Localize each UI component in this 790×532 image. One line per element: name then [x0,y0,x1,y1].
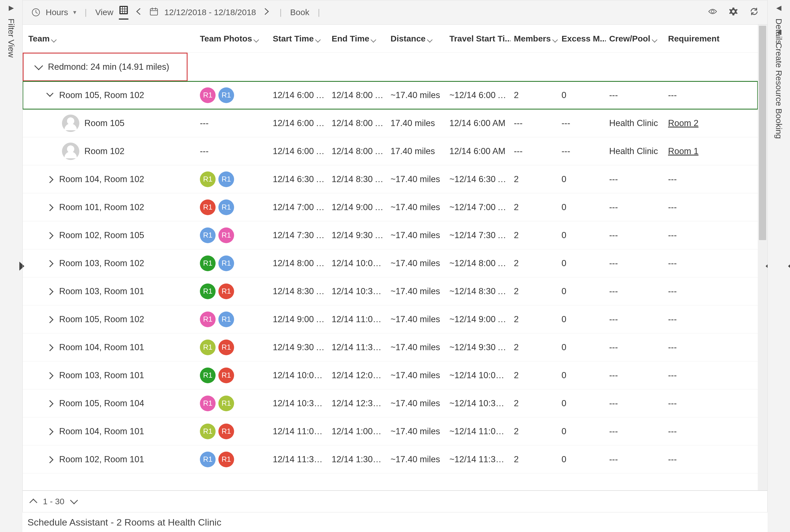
distance: ~17.40 miles [387,258,446,268]
chevron-down-icon [34,61,43,70]
prev-button[interactable] [134,7,144,18]
grid-view-button[interactable] [119,5,128,20]
toolbar: Hours ▾ | View 12/12/2018 - 12/18/2018 |… [22,0,768,25]
calendar-button[interactable] [149,7,159,18]
table-row[interactable]: Room 105, Room 102 R1R1 12/14 9:00 AM 12… [23,305,758,334]
table-row-child[interactable]: Room 105 --- 12/14 6:00 AM 12/14 8:00 AM… [23,109,758,137]
date-range[interactable]: 12/12/2018 - 12/18/2018 [164,7,256,17]
crew-pool: --- [606,454,665,464]
crew-pool: --- [606,314,665,324]
expand-details-panel-icon[interactable]: ◀ [776,4,781,12]
chevron-right-icon [46,204,53,211]
chevron-right-icon [46,288,53,295]
settings-button[interactable] [729,7,738,18]
travel-start: ~12/14 9:30 AM [446,342,511,353]
distance: ~17.40 miles [387,342,446,353]
table-row[interactable]: Room 103, Room 102 R1R1 12/14 8:00 AM 12… [23,249,758,277]
chevron-right-icon [46,456,53,463]
pager-next-button[interactable] [70,496,78,504]
svg-point-12 [711,10,714,13]
pager-prev-button[interactable] [30,499,37,507]
col-header-excess[interactable]: Excess M... [558,34,606,43]
scrollbar-thumb[interactable] [759,26,766,240]
hours-dropdown[interactable]: Hours ▾ [31,7,76,17]
col-header-members[interactable]: Members [511,34,558,43]
end-time: 12/14 12:00 ... [328,370,387,380]
requirement-link[interactable]: Room 1 [665,146,721,156]
end-time: 12/14 10:30 ... [328,286,387,297]
col-header-team[interactable]: Team [23,34,197,43]
start-time: 12/14 7:30 AM [270,230,328,240]
excess: 0 [558,314,606,324]
members: 2 [511,370,558,380]
members: 2 [511,426,558,436]
col-header-end[interactable]: End Time [328,34,387,43]
team-photo-badge: R1 [218,452,234,467]
requirement: --- [665,314,721,324]
team-photo-badge: R1 [200,396,216,411]
next-button[interactable] [261,7,271,18]
svg-rect-6 [123,9,125,11]
col-header-crew[interactable]: Crew/Pool [606,34,665,43]
far-right-caret-icon[interactable] [788,262,790,271]
caret-down-icon: ▾ [73,9,76,16]
chevron-down-icon [371,36,377,41]
start-time: 12/14 11:00 ... [270,426,328,436]
team-photo-badge: R1 [218,200,234,215]
right-side-rail-details: ◀ Details ◀ Create Resource Booking [768,0,790,532]
visibility-button[interactable] [708,7,717,18]
col-header-photos[interactable]: Team Photos [197,34,270,43]
col-header-start[interactable]: Start Time [270,34,328,43]
view-label: View [95,7,113,17]
end-time: 12/14 10:00 ... [328,258,387,268]
members: --- [511,146,558,156]
start-time: 12/14 9:30 AM [270,342,328,353]
crew-pool: --- [606,426,665,436]
end-time: 12/14 11:30 ... [328,342,387,353]
table-row[interactable]: Room 103, Room 101 R1R1 12/14 8:30 AM 12… [23,277,758,305]
table-row[interactable]: Room 105, Room 102 R1R1 12/14 6:00 AM 12… [23,81,758,109]
excess: 0 [558,426,606,436]
members: 2 [511,258,558,268]
vertical-scrollbar[interactable] [758,25,767,490]
start-time: 12/14 6:30 AM [270,174,328,184]
start-time: 12/14 10:30 ... [270,398,328,408]
table-row[interactable]: Room 103, Room 101 R1R1 12/14 10:00 ... … [23,361,758,390]
travel-start: ~12/14 7:00 AM [446,202,511,212]
col-header-requirement[interactable]: Requirement [665,34,721,43]
table-row[interactable]: Room 104, Room 101 R1R1 12/14 11:00 ... … [23,417,758,445]
excess: 0 [558,342,606,353]
chevron-left-icon [134,7,144,16]
members: 2 [511,454,558,464]
table-row[interactable]: Room 102, Room 101 R1R1 12/14 11:30 ... … [23,445,758,473]
chevron-right-icon [46,372,53,379]
separator: | [82,7,90,17]
filter-view-label[interactable]: Filter View [6,18,16,57]
group-label: Redmond: 24 min (14.91 miles) [48,62,169,72]
start-time: 12/14 10:00 ... [270,370,328,380]
chevron-right-icon [46,176,53,183]
chevron-down-icon [254,36,260,41]
team-photo-badge: R1 [200,452,216,467]
table-row[interactable]: Room 101, Room 102 R1R1 12/14 7:00 AM 12… [23,193,758,221]
travel-start: ~12/14 11:30 ... [446,454,511,464]
table-row[interactable]: Room 105, Room 104 R1R1 12/14 10:30 ... … [23,390,758,417]
group-row-redmond[interactable]: Redmond: 24 min (14.91 miles) [23,53,758,81]
page-title: Schedule Assistant - 2 Rooms at Health C… [22,512,768,532]
table-row-child[interactable]: Room 102 --- 12/14 6:00 AM 12/14 8:00 AM… [23,137,758,165]
table-row[interactable]: Room 102, Room 105 R1R1 12/14 7:30 AM 12… [23,221,758,249]
crew-pool: --- [606,174,665,184]
team-name: Room 105, Room 102 [59,314,144,324]
requirement: --- [665,454,721,464]
expand-left-panel-icon[interactable]: ▶ [9,4,14,12]
refresh-button[interactable] [749,7,759,18]
table-row[interactable]: Room 104, Room 102 R1R1 12/14 6:30 AM 12… [23,165,758,193]
book-button[interactable]: Book [290,7,309,17]
create-booking-label[interactable]: Create Resource Booking [774,43,784,139]
col-header-travel[interactable]: Travel Start Ti... [446,34,511,43]
col-header-distance[interactable]: Distance [387,34,446,43]
expand-create-booking-panel-icon[interactable]: ◀ [776,28,781,36]
svg-rect-7 [125,9,127,11]
table-row[interactable]: Room 104, Room 101 R1R1 12/14 9:30 AM 12… [23,334,758,361]
requirement-link[interactable]: Room 2 [665,118,721,128]
